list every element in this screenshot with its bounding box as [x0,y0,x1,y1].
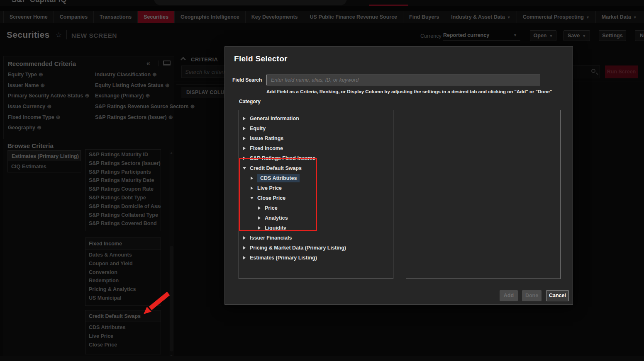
field-search-label: Field Search [232,77,262,83]
tree-item-fixed-income[interactable]: Fixed Income [243,143,283,153]
tree-item-issue-ratings[interactable]: Issue Ratings [243,133,283,143]
caret-right-icon[interactable] [243,137,246,140]
caret-right-icon[interactable] [243,117,246,120]
caret-right-icon[interactable] [243,127,246,130]
field-search-input[interactable] [266,75,540,85]
field-preview-panel [406,110,561,279]
add-button[interactable]: Add [500,290,518,301]
tree-item-issuer-financials[interactable]: Issuer Financials [243,233,292,243]
caret-right-icon[interactable] [243,256,246,259]
annotation-highlight-box [239,158,317,231]
tree-item-pricing-market-data[interactable]: Pricing & Market Data (Primary Listing) [243,243,346,253]
caret-right-icon[interactable] [243,236,246,240]
caret-right-icon[interactable] [243,246,246,250]
tree-item-estimates-primary-listing[interactable]: Estimates (Primary Listing) [243,253,317,263]
field-selector-helper-text: Add Field as a Criteria, Ranking, or Dis… [266,89,552,94]
caret-right-icon[interactable] [243,147,246,150]
done-button[interactable]: Done [522,290,542,301]
securities-screener-page: S&P Capital IQ Screener Home Companies T… [0,0,644,361]
tree-item-equity[interactable]: Equity [243,124,266,133]
annotation-arrow [140,290,172,317]
tree-item-general-information[interactable]: General Information [243,114,299,124]
category-label: Category [239,99,261,104]
modal-title: Field Selector [234,54,288,63]
cancel-button[interactable]: Cancel [546,290,569,301]
